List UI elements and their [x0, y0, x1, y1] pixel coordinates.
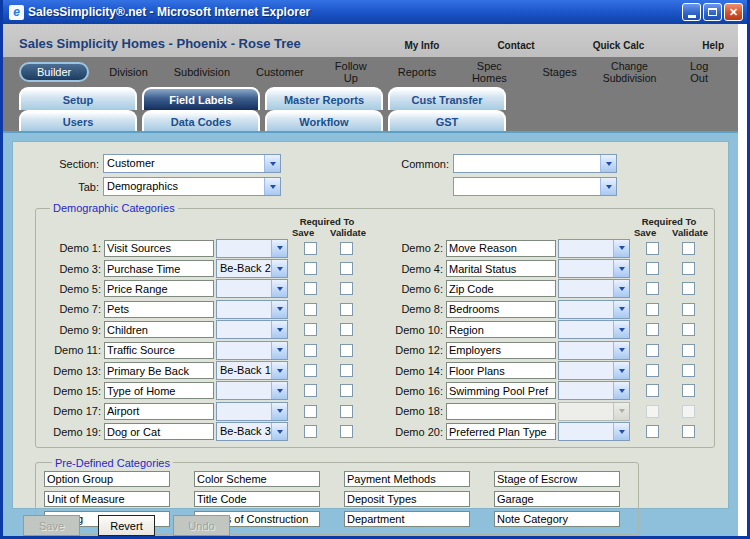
chevron-down-icon[interactable]	[613, 423, 629, 440]
demo-2-required-validate-checkbox[interactable]	[682, 242, 695, 255]
chevron-down-icon[interactable]	[271, 382, 287, 399]
demo-3-required-save-checkbox[interactable]	[304, 262, 317, 275]
predefined-payment-methods-input[interactable]	[344, 471, 470, 487]
tab-setup[interactable]: Setup	[19, 87, 137, 110]
predefined-unit-of-measure-input[interactable]	[44, 491, 170, 507]
chevron-down-icon[interactable]	[264, 155, 280, 172]
demo-16-category-input[interactable]	[446, 382, 556, 399]
demo-4-required-save-checkbox[interactable]	[646, 262, 659, 275]
demo-8-select[interactable]	[558, 300, 630, 319]
demo-7-required-validate-checkbox[interactable]	[340, 303, 353, 316]
chevron-down-icon[interactable]	[613, 321, 629, 338]
demo-13-select[interactable]: Be-Back 1	[216, 361, 288, 380]
demo-15-select[interactable]	[216, 381, 288, 400]
demo-1-category-input[interactable]	[104, 240, 214, 257]
chevron-down-icon[interactable]	[271, 260, 287, 277]
demo-12-select[interactable]	[558, 341, 630, 360]
demo-17-category-input[interactable]	[104, 403, 214, 420]
demo-14-category-input[interactable]	[446, 362, 556, 379]
demo-13-category-input[interactable]	[104, 362, 214, 379]
demo-6-category-input[interactable]	[446, 280, 556, 297]
demo-11-required-validate-checkbox[interactable]	[340, 344, 353, 357]
chevron-down-icon[interactable]	[271, 240, 287, 257]
tab-workflow[interactable]: Workflow	[265, 110, 383, 131]
demo-1-required-save-checkbox[interactable]	[304, 242, 317, 255]
demo-10-required-validate-checkbox[interactable]	[682, 323, 695, 336]
demo-5-required-save-checkbox[interactable]	[304, 282, 317, 295]
tab-gst[interactable]: GST	[388, 110, 506, 131]
tab-master-reports[interactable]: Master Reports	[265, 87, 383, 110]
chevron-down-icon[interactable]	[613, 240, 629, 257]
demo-20-category-input[interactable]	[446, 423, 556, 440]
demo-20-select[interactable]	[558, 422, 630, 441]
demo-15-category-input[interactable]	[104, 382, 214, 399]
tab-field-labels[interactable]: Field Labels	[142, 87, 260, 110]
demo-1-required-validate-checkbox[interactable]	[340, 242, 353, 255]
nav-item-customer[interactable]: Customer	[256, 66, 304, 78]
demo-6-select[interactable]	[558, 279, 630, 298]
demo-17-select[interactable]	[216, 402, 288, 421]
revert-button[interactable]: Revert	[98, 515, 155, 536]
nav-item-division[interactable]: Division	[109, 66, 148, 78]
demo-10-required-save-checkbox[interactable]	[646, 323, 659, 336]
minimize-button[interactable]	[682, 3, 701, 21]
demo-9-required-save-checkbox[interactable]	[304, 323, 317, 336]
chevron-down-icon[interactable]	[271, 301, 287, 318]
chevron-down-icon[interactable]	[613, 301, 629, 318]
demo-8-category-input[interactable]	[446, 301, 556, 318]
tab-cust-transfer[interactable]: Cust Transfer	[388, 87, 506, 110]
section-select[interactable]: Customer	[103, 154, 281, 173]
demo-5-select[interactable]	[216, 279, 288, 298]
demo-7-required-save-checkbox[interactable]	[304, 303, 317, 316]
demo-15-required-validate-checkbox[interactable]	[340, 384, 353, 397]
chevron-down-icon[interactable]	[271, 280, 287, 297]
demo-2-category-input[interactable]	[446, 240, 556, 257]
demo-3-required-validate-checkbox[interactable]	[340, 262, 353, 275]
demo-16-required-save-checkbox[interactable]	[646, 384, 659, 397]
header-link-my-info[interactable]: My Info	[404, 40, 439, 51]
nav-item-subdivision[interactable]: Subdivision	[174, 66, 230, 78]
nav-item-change-subdivision[interactable]: Change Subdivision	[603, 60, 657, 84]
demo-4-select[interactable]	[558, 259, 630, 278]
demo-11-select[interactable]	[216, 341, 288, 360]
chevron-down-icon[interactable]	[271, 342, 287, 359]
demo-12-category-input[interactable]	[446, 342, 556, 359]
nav-item-log-out[interactable]: Log Out	[682, 60, 716, 84]
demo-9-category-input[interactable]	[104, 321, 214, 338]
nav-item-builder[interactable]: Builder	[19, 62, 89, 82]
demo-6-required-validate-checkbox[interactable]	[682, 282, 695, 295]
header-link-contact[interactable]: Contact	[497, 40, 534, 51]
demo-18-category-input[interactable]	[446, 403, 556, 420]
nav-item-follow-up[interactable]: Follow Up	[330, 60, 372, 84]
tab-select[interactable]: Demographics	[103, 177, 281, 196]
demo-2-select[interactable]	[558, 239, 630, 258]
predefined-title-code-input[interactable]	[194, 491, 320, 507]
demo-19-required-validate-checkbox[interactable]	[340, 425, 353, 438]
demo-5-category-input[interactable]	[104, 280, 214, 297]
demo-3-select[interactable]: Be-Back 2	[216, 259, 288, 278]
demo-2-required-save-checkbox[interactable]	[646, 242, 659, 255]
demo-14-required-save-checkbox[interactable]	[646, 364, 659, 377]
demo-7-select[interactable]	[216, 300, 288, 319]
demo-19-category-input[interactable]	[104, 423, 214, 440]
header-link-quick-calc[interactable]: Quick Calc	[593, 40, 645, 51]
demo-8-required-save-checkbox[interactable]	[646, 303, 659, 316]
demo-11-category-input[interactable]	[104, 342, 214, 359]
chevron-down-icon[interactable]	[613, 362, 629, 379]
demo-20-required-validate-checkbox[interactable]	[682, 425, 695, 438]
chevron-down-icon[interactable]	[271, 423, 287, 440]
demo-4-category-input[interactable]	[446, 260, 556, 277]
demo-3-category-input[interactable]	[104, 260, 214, 277]
chevron-down-icon[interactable]	[271, 321, 287, 338]
demo-16-select[interactable]	[558, 381, 630, 400]
demo-1-select[interactable]	[216, 239, 288, 258]
demo-17-required-save-checkbox[interactable]	[304, 405, 317, 418]
chevron-down-icon[interactable]	[600, 155, 616, 172]
chevron-down-icon[interactable]	[264, 178, 280, 195]
demo-12-required-save-checkbox[interactable]	[646, 344, 659, 357]
close-button[interactable]: ✕	[724, 3, 743, 21]
demo-15-required-save-checkbox[interactable]	[304, 384, 317, 397]
chevron-down-icon[interactable]	[271, 403, 287, 420]
demo-5-required-validate-checkbox[interactable]	[340, 282, 353, 295]
common-select-2[interactable]	[453, 177, 617, 196]
